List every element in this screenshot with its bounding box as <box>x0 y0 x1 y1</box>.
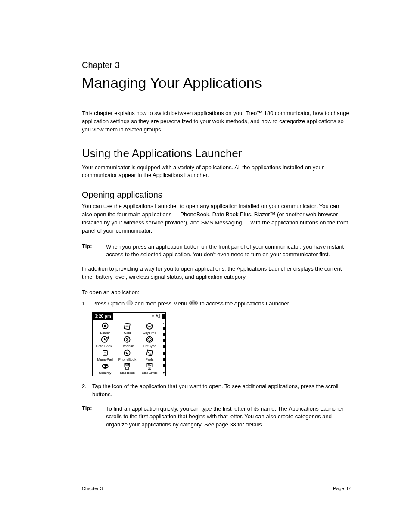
svg-point-20 <box>148 352 149 353</box>
dropdown-icon: ▼ <box>151 314 155 318</box>
app-calc: Calc <box>116 322 139 335</box>
launcher-category: ▼ All <box>151 314 165 319</box>
step-number: 1. <box>82 300 92 308</box>
procedure-heading: To open an application: <box>82 289 351 296</box>
app-datebook: +Date Book+ <box>94 336 116 348</box>
svg-point-2 <box>191 302 193 304</box>
tip-block: Tip: To find an application quickly, you… <box>82 405 351 429</box>
app-phonebook: PhoneBook <box>116 349 139 361</box>
svg-point-3 <box>194 302 196 304</box>
svg-point-18 <box>125 350 130 355</box>
launcher-scrollbar: ▴ ▾ <box>162 320 165 376</box>
app-citytime: CityTime <box>138 322 161 335</box>
svg-point-23 <box>103 365 105 367</box>
tip-body: To find an application quickly, you can … <box>106 405 351 429</box>
svg-text:SIM: SIM <box>125 364 129 367</box>
svg-text:SIM: SIM <box>148 364 152 367</box>
menu-key-icon <box>189 300 198 308</box>
section-heading: Using the Applications Launcher <box>82 147 351 160</box>
app-prefs: Prefs <box>138 349 161 361</box>
launcher-time: 3:20 pm <box>93 313 113 320</box>
tip-label: Tip: <box>82 405 106 429</box>
svg-rect-5 <box>125 323 131 330</box>
procedure-step: 1. Press Option and then press Menu to a… <box>82 300 351 308</box>
launcher-grid: Blazer Calc CityTime +Date Book+ $Expens… <box>93 320 162 376</box>
step-text: Press Option and then press Menu to acce… <box>92 300 290 308</box>
footer-left: Chapter 3 <box>82 486 103 491</box>
scroll-up-icon: ▴ <box>163 321 165 325</box>
chapter-label: Chapter 3 <box>82 60 351 70</box>
svg-rect-24 <box>106 366 107 367</box>
app-security: Security <box>94 362 116 375</box>
subsection-body: You can use the Applications Launcher to… <box>82 202 351 235</box>
svg-text:+: + <box>107 336 109 340</box>
app-simsrvcs: SIMSIM Srvcs <box>138 362 161 375</box>
procedure-list: 1. Press Option and then press Menu to a… <box>82 300 351 308</box>
footer-right: Page 37 <box>333 486 351 491</box>
scroll-down-icon: ▾ <box>163 371 165 375</box>
tip-body: When you press an application button on … <box>106 243 351 259</box>
launcher-titlebar: 3:20 pm ▼ All <box>93 313 165 320</box>
battery-icon <box>162 314 165 319</box>
app-blazer: Blazer <box>94 322 116 335</box>
intro-paragraph: This chapter explains how to switch betw… <box>82 109 351 134</box>
tip-label: Tip: <box>82 243 106 259</box>
step-number: 2. <box>82 383 92 399</box>
launcher-screenshot: 3:20 pm ▼ All Blazer Calc CityTime +Date… <box>92 312 166 376</box>
procedure-list-cont: 2. Tap the icon of the application that … <box>82 383 351 399</box>
svg-text:$: $ <box>126 337 129 342</box>
section-body: Your communicator is equipped with a var… <box>82 164 351 180</box>
app-expense: $Expense <box>116 336 139 348</box>
paragraph: In addition to providing a way for you t… <box>82 265 351 281</box>
launcher-category-label: All <box>156 314 160 319</box>
step-text: Tap the icon of the application that you… <box>92 383 351 399</box>
svg-rect-30 <box>148 367 151 370</box>
svg-point-1 <box>189 301 198 305</box>
chapter-title: Managing Your Applications <box>82 75 351 91</box>
option-key-icon <box>126 300 133 308</box>
page-footer: Chapter 3 Page 37 <box>82 483 351 491</box>
app-memopad: MemoPad <box>94 349 116 361</box>
svg-point-21 <box>150 353 151 355</box>
document-page: Chapter 3 Managing Your Applications Thi… <box>0 0 411 532</box>
svg-point-0 <box>127 301 133 305</box>
svg-rect-27 <box>126 367 129 370</box>
svg-rect-19 <box>147 350 153 356</box>
subsection-heading: Opening applications <box>82 190 351 200</box>
app-simbook: SIMSIM Book <box>116 362 139 375</box>
app-hotsync: HotSync <box>138 336 161 348</box>
procedure-step: 2. Tap the icon of the application that … <box>82 383 351 399</box>
tip-block: Tip: When you press an application butto… <box>82 243 351 259</box>
